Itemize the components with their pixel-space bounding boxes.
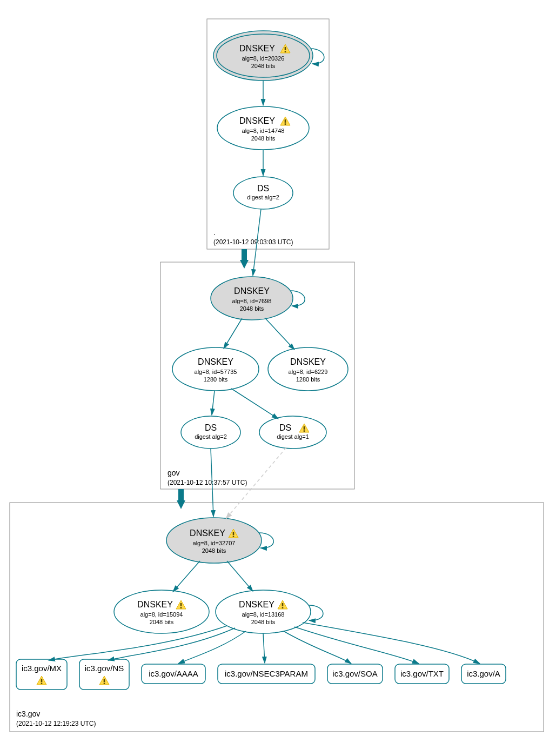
edge-zskb-soa	[284, 631, 351, 664]
node-gov-ksk: DNSKEY alg=8, id=7698 2048 bits	[211, 277, 293, 320]
edge-ic3-ksk-zskb	[227, 561, 253, 591]
svg-text:DNSKEY: DNSKEY	[290, 357, 326, 366]
zone-ts-ic3: (2021-10-12 12:19:23 UTC)	[16, 720, 96, 727]
svg-text:DNSKEY: DNSKEY	[234, 286, 270, 296]
svg-text:alg=8, id=20326: alg=8, id=20326	[242, 55, 285, 62]
node-ic3-zsk-b: DNSKEY alg=8, id=13168 2048 bits	[216, 590, 311, 633]
edge-zskb-nsec3	[263, 633, 265, 663]
node-gov-ds-b: DS digest alg=1	[259, 416, 326, 449]
edge-gov-ksk-zskb	[265, 318, 294, 350]
svg-text:DNSKEY: DNSKEY	[239, 116, 275, 125]
svg-text:DNSKEY: DNSKEY	[137, 600, 173, 609]
svg-text:2048 bits: 2048 bits	[251, 619, 276, 625]
svg-text:alg=8, id=6229: alg=8, id=6229	[289, 369, 328, 375]
node-root-zsk: DNSKEY alg=8, id=14748 2048 bits	[217, 106, 309, 150]
node-ic3-ksk: DNSKEY alg=8, id=32707 2048 bits	[166, 518, 262, 563]
zone-ts-gov: (2021-10-12 10:37:57 UTC)	[168, 479, 247, 486]
node-gov-zsk-a: DNSKEY alg=8, id=57735 1280 bits	[172, 347, 259, 391]
svg-text:alg=8, id=15094: alg=8, id=15094	[140, 611, 183, 618]
svg-text:digest alg=1: digest alg=1	[277, 433, 309, 440]
edge-self-ic3-zskb	[309, 605, 323, 620]
svg-text:alg=8, id=57735: alg=8, id=57735	[195, 369, 237, 375]
record-aaaa: ic3.gov/AAAA	[142, 664, 205, 684]
svg-text:2048 bits: 2048 bits	[251, 135, 276, 142]
svg-text:DS: DS	[279, 423, 291, 432]
edge-gov-zska-dsb	[231, 389, 278, 419]
zone-label-root: .	[213, 228, 216, 237]
svg-text:ic3.gov/TXT: ic3.gov/TXT	[400, 669, 444, 678]
svg-text:2048 bits: 2048 bits	[240, 305, 264, 312]
svg-text:alg=8, id=14748: alg=8, id=14748	[242, 128, 285, 134]
edge-ic3-ksk-zska	[173, 561, 200, 592]
svg-point-29	[259, 416, 326, 449]
edge-gov-zska-dsa	[212, 391, 215, 415]
svg-text:digest alg=2: digest alg=2	[247, 194, 279, 200]
svg-text:DS: DS	[205, 423, 217, 432]
record-txt: ic3.gov/TXT	[395, 664, 449, 684]
record-mx: ic3.gov/MX	[16, 659, 67, 690]
svg-text:alg=8, id=13168: alg=8, id=13168	[242, 611, 285, 618]
svg-point-11	[233, 177, 293, 209]
svg-text:alg=8, id=32707: alg=8, id=32707	[193, 540, 236, 546]
svg-text:ic3.gov/NSEC3PARAM: ic3.gov/NSEC3PARAM	[225, 669, 308, 678]
zone-ts-root: (2021-10-12 09:03:03 UTC)	[213, 238, 293, 246]
svg-text:2048 bits: 2048 bits	[150, 619, 174, 625]
zone-label-ic3: ic3.gov	[16, 710, 40, 718]
svg-text:digest alg=2: digest alg=2	[195, 433, 227, 440]
svg-text:2048 bits: 2048 bits	[251, 63, 276, 69]
record-soa: ic3.gov/SOA	[327, 664, 383, 684]
edge-gov-ksk-zska	[224, 318, 242, 349]
svg-text:DNSKEY: DNSKEY	[239, 600, 274, 609]
svg-text:DNSKEY: DNSKEY	[198, 357, 233, 366]
svg-text:ic3.gov/MX: ic3.gov/MX	[22, 664, 62, 673]
node-root-ds: DS digest alg=2	[233, 177, 293, 209]
svg-point-26	[181, 416, 240, 449]
svg-text:DNSKEY: DNSKEY	[239, 44, 275, 53]
svg-text:1280 bits: 1280 bits	[204, 376, 228, 383]
edge-zskb-aaaa	[178, 631, 246, 664]
node-ic3-zsk-a: DNSKEY alg=8, id=15094 2048 bits	[114, 590, 209, 633]
record-ns: ic3.gov/NS	[79, 659, 129, 690]
svg-text:alg=8, id=7698: alg=8, id=7698	[232, 298, 272, 304]
node-gov-ds-a: DS digest alg=2	[181, 416, 240, 449]
svg-text:ic3.gov/A: ic3.gov/A	[467, 669, 500, 678]
edge-zskb-a	[303, 623, 480, 664]
svg-text:ic3.gov/AAAA: ic3.gov/AAAA	[149, 669, 198, 678]
svg-text:ic3.gov/NS: ic3.gov/NS	[85, 664, 124, 673]
record-nsec3param: ic3.gov/NSEC3PARAM	[218, 664, 315, 684]
svg-text:1280 bits: 1280 bits	[296, 376, 320, 383]
zone-label-gov: gov	[168, 469, 180, 477]
node-gov-zsk-b: DNSKEY alg=8, id=6229 1280 bits	[268, 347, 348, 391]
svg-text:DNSKEY: DNSKEY	[190, 528, 225, 538]
svg-text:2048 bits: 2048 bits	[202, 547, 226, 554]
svg-text:DS: DS	[257, 184, 269, 193]
record-a: ic3.gov/A	[461, 664, 506, 684]
node-root-ksk: DNSKEY alg=8, id=20326 2048 bits	[213, 31, 313, 81]
svg-text:ic3.gov/SOA: ic3.gov/SOA	[332, 669, 377, 678]
